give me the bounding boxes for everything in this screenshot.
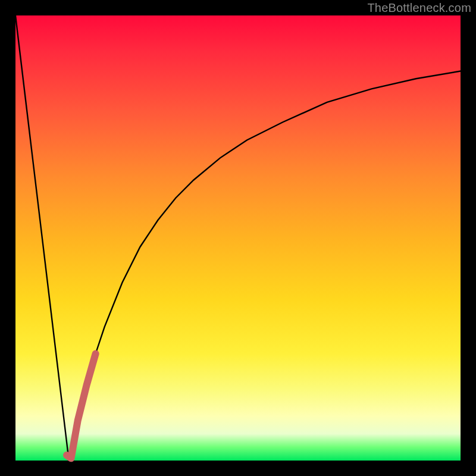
plot-area bbox=[15, 15, 461, 461]
curve-highlight-j bbox=[67, 353, 96, 458]
curve-saturating bbox=[69, 71, 461, 461]
outer-frame: TheBottleneck.com bbox=[0, 0, 476, 476]
watermark-text: TheBottleneck.com bbox=[367, 1, 471, 15]
chart-svg bbox=[15, 15, 461, 461]
curve-left-drop bbox=[15, 15, 69, 461]
